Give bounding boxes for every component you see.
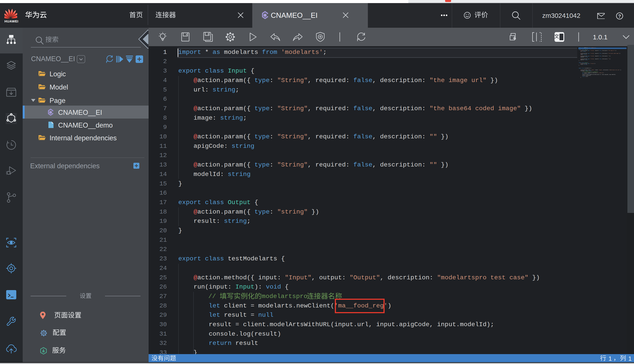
svg-text:?: ?: [618, 14, 621, 19]
